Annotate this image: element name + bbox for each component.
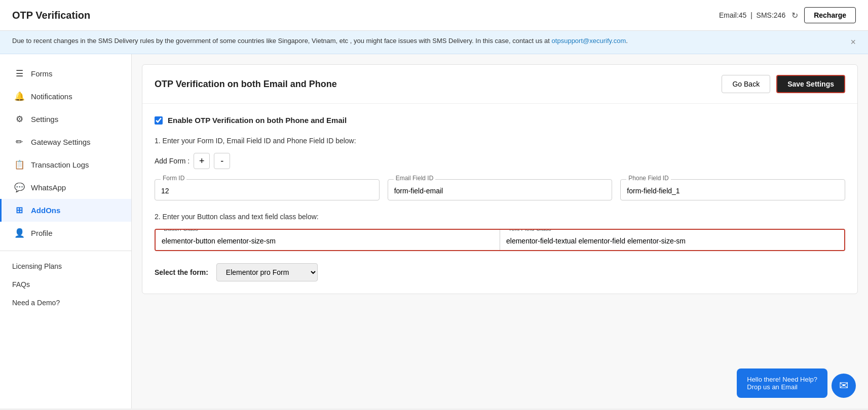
gateway-settings-icon: ✏ <box>14 137 25 147</box>
email-field-id-group: Email Field ID <box>388 179 613 200</box>
sidebar-item-whatsapp[interactable]: 💬 WhatsApp <box>0 176 131 199</box>
sidebar-item-label: Settings <box>31 115 58 124</box>
credits-display: Email:45 | SMS:246 <box>719 11 785 19</box>
content-header: OTP Verification on both Email and Phone… <box>142 65 857 104</box>
notice-close-button[interactable]: × <box>850 37 856 48</box>
phone-field-id-input[interactable] <box>620 179 845 200</box>
go-back-button[interactable]: Go Back <box>722 75 770 93</box>
email-field-id-input[interactable] <box>388 179 613 200</box>
enable-otp-checkbox[interactable] <box>155 116 163 125</box>
sidebar-item-label: Profile <box>31 229 53 237</box>
sidebar: ☰ Forms 🔔 Notifications ⚙ Settings ✏ Gat… <box>0 54 132 408</box>
sidebar-item-forms[interactable]: ☰ Forms <box>0 62 131 85</box>
form-fields-row: Form ID Email Field ID Phone Field ID <box>155 179 845 200</box>
content-card: OTP Verification on both Email and Phone… <box>142 64 858 294</box>
save-settings-button[interactable]: Save Settings <box>776 75 845 93</box>
email-field-id-label: Email Field ID <box>394 175 436 182</box>
text-field-class-group: Text Field Class <box>500 230 844 250</box>
notice-bar: Due to recent changes in the SMS Deliver… <box>0 31 868 54</box>
step2-label: 2. Enter your Button class and text fiel… <box>155 213 845 221</box>
phone-field-id-group: Phone Field ID <box>620 179 845 200</box>
add-form-row: Add Form : + - <box>155 153 845 169</box>
whatsapp-icon: 💬 <box>14 182 25 193</box>
sidebar-item-faqs[interactable]: FAQs <box>0 275 131 294</box>
add-form-button[interactable]: + <box>194 153 210 169</box>
chat-bubble-button[interactable]: ✉ <box>832 374 856 398</box>
enable-otp-label: Enable OTP Verification on both Phone an… <box>168 116 347 125</box>
select-form-dropdown[interactable]: Elementor pro Form Contact Form 7 WPForm… <box>216 263 318 281</box>
form-id-input[interactable] <box>155 179 380 200</box>
forms-icon: ☰ <box>14 68 25 79</box>
sidebar-item-need-demo[interactable]: Need a Demo? <box>0 294 131 312</box>
sidebar-item-settings[interactable]: ⚙ Settings <box>0 108 131 131</box>
sidebar-item-label: WhatsApp <box>31 183 66 192</box>
button-class-label: Button Class <box>162 229 200 232</box>
button-class-input[interactable] <box>156 230 500 250</box>
sidebar-item-label: Gateway Settings <box>31 138 91 146</box>
recharge-button[interactable]: Recharge <box>804 7 856 23</box>
sidebar-item-label: Transaction Logs <box>31 160 89 169</box>
help-bubble: Hello there! Need Help? Drop us an Email <box>737 368 827 398</box>
notice-text: Due to recent changes in the SMS Deliver… <box>12 37 628 45</box>
sidebar-item-label: AddOns <box>31 206 60 215</box>
content-body: Enable OTP Verification on both Phone an… <box>142 104 857 294</box>
notice-email[interactable]: otpsupport@xecurify.com <box>552 37 626 45</box>
class-fields-row: Button Class Text Field Class <box>155 229 845 251</box>
sidebar-item-label: Notifications <box>31 92 72 101</box>
sidebar-item-gateway-settings[interactable]: ✏ Gateway Settings <box>0 131 131 153</box>
sidebar-item-label: Forms <box>31 69 53 78</box>
form-id-label: Form ID <box>161 175 186 182</box>
sidebar-item-profile[interactable]: 👤 Profile <box>0 222 131 244</box>
notifications-icon: 🔔 <box>14 91 25 102</box>
enable-row: Enable OTP Verification on both Phone an… <box>155 116 845 125</box>
refresh-icon[interactable]: ↻ <box>791 11 798 20</box>
header-buttons: Go Back Save Settings <box>722 75 845 93</box>
sidebar-item-licensing-plans[interactable]: Licensing Plans <box>0 257 131 275</box>
select-form-label: Select the form: <box>155 268 208 276</box>
remove-form-button[interactable]: - <box>214 153 230 169</box>
phone-field-id-label: Phone Field ID <box>626 175 670 182</box>
select-form-row: Select the form: Elementor pro Form Cont… <box>155 263 845 281</box>
addons-icon: ⊞ <box>14 205 25 216</box>
text-field-class-label: Text Field Class <box>506 229 553 232</box>
transaction-logs-icon: 📋 <box>14 159 25 170</box>
top-bar: OTP Verification Email:45 | SMS:246 ↻ Re… <box>0 0 868 31</box>
text-field-class-input[interactable] <box>500 230 844 250</box>
settings-icon: ⚙ <box>14 114 25 125</box>
button-class-group: Button Class <box>156 230 500 250</box>
app-title: OTP Verification <box>12 10 90 21</box>
profile-icon: 👤 <box>14 228 25 238</box>
sidebar-item-notifications[interactable]: 🔔 Notifications <box>0 85 131 108</box>
form-id-group: Form ID <box>155 179 380 200</box>
add-form-label: Add Form : <box>155 157 190 165</box>
main-content: OTP Verification on both Email and Phone… <box>132 54 868 408</box>
sidebar-item-transaction-logs[interactable]: 📋 Transaction Logs <box>0 153 131 176</box>
sidebar-divider <box>0 251 131 251</box>
top-bar-right: Email:45 | SMS:246 ↻ Recharge <box>719 7 856 23</box>
sidebar-item-addons[interactable]: ⊞ AddOns <box>0 199 131 222</box>
step1-label: 1. Enter your Form ID, Email Field ID an… <box>155 137 845 145</box>
page-title: OTP Verification on both Email and Phone <box>155 79 337 90</box>
